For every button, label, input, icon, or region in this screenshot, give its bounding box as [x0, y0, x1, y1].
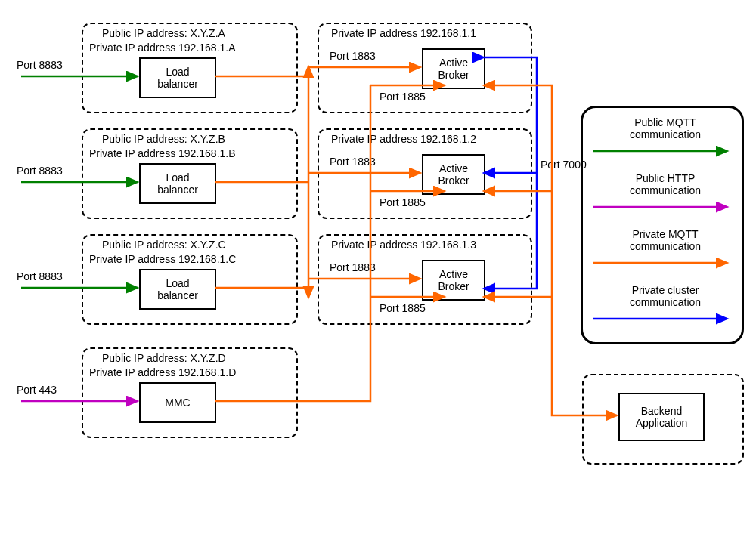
backend-line — [484, 85, 617, 415]
arrows-layer — [0, 0, 756, 534]
mmc-vertical — [215, 85, 370, 401]
